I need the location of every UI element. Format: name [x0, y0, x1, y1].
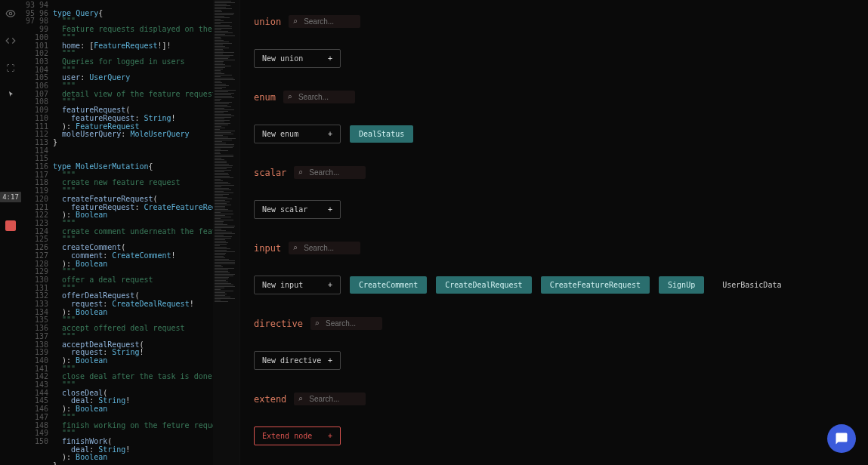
code-editor[interactable]: 93 94 95 96 97 98 99 100 101 102 103 104… [21, 0, 240, 465]
section-directive: directiveNew directive+ [254, 317, 854, 370]
schema-node-SignUp[interactable]: SignUp [659, 276, 704, 294]
plus-icon: + [328, 205, 332, 214]
plus-icon: + [328, 130, 332, 138]
search-input-enum[interactable] [283, 91, 355, 103]
left-sidebar: 4:17 [0, 0, 21, 465]
section-title: scalar [254, 168, 286, 178]
expand-icon[interactable] [5, 62, 17, 74]
section-enum: enumNew enum+DealStatus [254, 91, 854, 143]
plus-icon: + [328, 432, 332, 440]
minimap[interactable] [213, 0, 239, 465]
chat-launcher[interactable] [827, 424, 856, 453]
section-title: input [254, 243, 281, 254]
schema-node-DealStatus[interactable]: DealStatus [350, 125, 413, 143]
svg-point-0 [9, 12, 12, 15]
time-badge: 4:17 [0, 192, 22, 202]
new-input-button[interactable]: New input+ [254, 276, 341, 294]
section-scalar: scalarNew scalar+ [254, 166, 854, 219]
section-input: inputNew input+CreateCommentCreateDealRe… [254, 242, 854, 294]
section-title: extend [254, 394, 286, 405]
plus-icon: + [328, 54, 332, 63]
new-directive-button[interactable]: New directive+ [254, 351, 341, 370]
plus-icon: + [328, 281, 332, 289]
search-input-extend[interactable] [294, 393, 366, 405]
code-content[interactable]: type Query{ """ Feature requests display… [53, 0, 213, 465]
status-indicator[interactable] [5, 220, 16, 231]
pointer-icon[interactable] [5, 89, 17, 101]
section-title: directive [254, 319, 303, 329]
section-extend: extendExtend node+ [254, 393, 854, 445]
eye-icon[interactable] [5, 8, 17, 20]
schema-node-CreateDealRequest[interactable]: CreateDealRequest [436, 276, 531, 294]
search-input-input[interactable] [289, 242, 360, 254]
schema-node-CreateComment[interactable]: CreateComment [350, 276, 427, 294]
new-enum-button[interactable]: New enum+ [254, 125, 341, 143]
new-scalar-button[interactable]: New scalar+ [254, 200, 341, 219]
new-union-button[interactable]: New union+ [254, 49, 341, 68]
search-input-scalar[interactable] [294, 166, 366, 179]
code-icon[interactable] [5, 35, 17, 47]
search-input-directive[interactable] [310, 317, 382, 330]
plus-icon: + [328, 356, 332, 365]
section-title: enum [254, 92, 276, 103]
section-union: unionNew union+ [254, 15, 854, 68]
search-input-union[interactable] [289, 15, 360, 28]
schema-node-CreateFeatureRequest[interactable]: CreateFeatureRequest [541, 276, 650, 294]
section-title: union [254, 17, 281, 27]
schema-panel: unionNew union+enumNew enum+DealStatussc… [240, 0, 868, 465]
new-extend-button[interactable]: Extend node+ [254, 427, 341, 445]
line-gutter: 93 94 95 96 97 98 99 100 101 102 103 104… [21, 0, 53, 446]
schema-node-UserBasicData[interactable]: UserBasicData [713, 276, 790, 294]
